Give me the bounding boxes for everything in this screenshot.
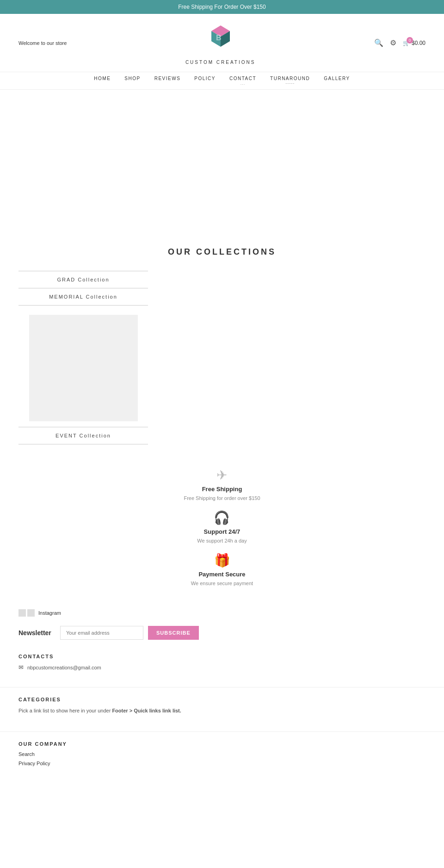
feature-icon-0: ✈: [216, 468, 227, 483]
collection-label-0: GRAD Collection: [18, 277, 148, 282]
footer-contacts: CONTACTS ✉ nbpcustomcreations@gmail.com: [0, 649, 444, 682]
company-link-0[interactable]: Search: [18, 751, 426, 757]
instagram-row: Instagram: [0, 600, 444, 621]
insta-sq-1: [18, 609, 26, 617]
collection-label-1: MEMORIAL Collection: [18, 294, 148, 300]
company-title: OUR COMPANY: [18, 741, 426, 747]
logo-svg: B: [202, 21, 239, 58]
settings-icon[interactable]: ⚙: [390, 38, 396, 47]
banner-text: Free Shipping For Order Over $150: [178, 4, 265, 10]
company-link-1[interactable]: Privacy Policy: [18, 761, 426, 766]
newsletter-row: Newsletter SUBSCRIBE: [0, 621, 444, 649]
insta-sq-2: [27, 609, 35, 617]
newsletter-input[interactable]: [60, 626, 143, 640]
cart-price: $0.00: [412, 40, 426, 46]
contact-email-row: ✉ nbpcustomcreations@gmail.com: [18, 664, 426, 671]
footer-divider-1: [0, 687, 444, 687]
footer-company: OUR COMPANY SearchPrivacy Policy: [0, 737, 444, 774]
nav-item-turnaround[interactable]: TURNAROUND-----: [270, 76, 310, 86]
cart-button[interactable]: 0 🛒 $0.00: [403, 40, 426, 46]
footer: Instagram Newsletter SUBSCRIBE CONTACTS …: [0, 600, 444, 774]
feature-desc-0: Free Shipping for order over $150: [184, 495, 260, 501]
main-nav: HOMESHOPREVIEWSPOLICYCONTACT...TURNAROUN…: [0, 72, 444, 90]
logo-text: CUSTOM CREATIONS: [185, 60, 256, 65]
instagram-label: Instagram: [38, 610, 61, 616]
nav-item-reviews[interactable]: REVIEWS: [154, 76, 181, 81]
collection-item-1[interactable]: MEMORIAL Collection: [18, 288, 148, 305]
nav-item-home[interactable]: HOME: [94, 76, 111, 81]
header: Welcome to our store B CUSTOM CREATIONS …: [0, 14, 444, 72]
feature-icon-2: 🎁: [214, 553, 230, 568]
collection-item-3[interactable]: EVENT Collection: [18, 427, 148, 444]
subscribe-button[interactable]: SUBSCRIBE: [148, 626, 199, 640]
contact-email: nbpcustomcreations@gmail.com: [27, 665, 101, 670]
company-links: SearchPrivacy Policy: [18, 751, 426, 766]
collections-grid: GRAD CollectionMEMORIAL CollectionEVENT …: [18, 271, 148, 444]
collection-item-0[interactable]: GRAD Collection: [18, 271, 148, 288]
categories-text: Pick a link list to show here in your un…: [18, 707, 426, 715]
nav-inner: HOMESHOPREVIEWSPOLICYCONTACT...TURNAROUN…: [18, 72, 426, 89]
hero-section: [0, 90, 444, 229]
logo[interactable]: B CUSTOM CREATIONS: [185, 21, 256, 65]
feature-title-2: Payment Secure: [198, 571, 245, 578]
collections-title: OUR COLLECTIONS: [18, 247, 426, 257]
header-actions: 🔍 ⚙ 0 🛒 $0.00: [374, 38, 426, 47]
collection-item-2[interactable]: [18, 305, 148, 427]
search-icon[interactable]: 🔍: [374, 38, 383, 47]
footer-divider-2: [0, 731, 444, 732]
feature-item-2: 🎁 Payment Secure We ensure secure paymen…: [191, 553, 253, 586]
nav-item-gallery[interactable]: GALLERY: [324, 76, 350, 81]
nav-item-contact[interactable]: CONTACT...: [229, 76, 256, 86]
svg-text:B: B: [216, 34, 222, 42]
feature-desc-1: We support 24h a day: [197, 538, 247, 543]
nav-item-policy[interactable]: POLICY: [194, 76, 216, 81]
email-icon: ✉: [18, 664, 24, 671]
top-banner: Free Shipping For Order Over $150: [0, 0, 444, 14]
cart-badge: 0: [407, 37, 413, 44]
newsletter-label: Newsletter: [18, 629, 56, 637]
nav-item-shop[interactable]: SHOP: [124, 76, 140, 81]
footer-categories: CATEGORIES Pick a link list to show here…: [0, 692, 444, 727]
welcome-text: Welcome to our store: [18, 40, 67, 46]
collection-image-2: [29, 315, 138, 421]
categories-title: CATEGORIES: [18, 697, 426, 702]
contacts-title: CONTACTS: [18, 654, 426, 659]
feature-title-0: Free Shipping: [202, 486, 242, 493]
collection-label-3: EVENT Collection: [18, 433, 148, 438]
feature-item-0: ✈ Free Shipping Free Shipping for order …: [184, 468, 260, 501]
features-section: ✈ Free Shipping Free Shipping for order …: [0, 454, 444, 600]
feature-icon-1: 🎧: [214, 510, 230, 525]
feature-item-1: 🎧 Support 24/7 We support 24h a day: [197, 510, 247, 543]
feature-title-1: Support 24/7: [204, 528, 240, 535]
instagram-squares: [18, 609, 35, 617]
feature-desc-2: We ensure secure payment: [191, 581, 253, 586]
collections-section: OUR COLLECTIONS GRAD CollectionMEMORIAL …: [0, 229, 444, 454]
